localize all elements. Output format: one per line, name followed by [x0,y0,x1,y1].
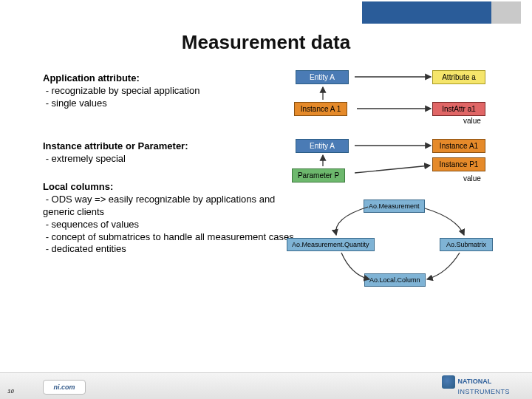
header-accent [362,1,491,24]
box-entity-a-1: Entity A [296,70,349,84]
box-instattr-a1: InstAttr a1 [432,102,485,116]
box-entity-a-2: Entity A [296,139,349,153]
box-instance-p1: Instance P1 [432,157,485,171]
section-application-attribute: Application attribute: - recognizable by… [43,72,272,110]
box-ao-measurement-quantity: Ao.Measurement.Quantity [287,238,375,251]
box-ao-measurement: Ao.Measurement [364,200,425,213]
ni-logo: NATIONAL INSTRUMENTS [442,375,511,396]
label-value-2: value [463,174,481,183]
svg-line-6 [355,166,430,173]
box-attribute-a: Attribute a [432,70,485,84]
box-instance-a1-b: Instance A1 [432,139,485,153]
ni-eagle-icon [442,375,455,389]
box-ao-submatrix: Ao.Submatrix [440,238,493,251]
label-value-1: value [463,117,481,125]
box-instance-a1: Instance A 1 [294,102,347,116]
section-instance-attribute: Instance attribute or Parameter: - extre… [43,140,272,166]
page-number: 10 [7,388,14,395]
box-ao-local-column: Ao.Local.Column [364,273,426,287]
section-local-columns: Local columns: - ODS way => easily recog… [43,181,294,256]
nicom-badge: ni.com [43,380,86,395]
slide-title: Measurement data [0,31,532,54]
box-parameter-p: Parameter P [292,168,345,183]
